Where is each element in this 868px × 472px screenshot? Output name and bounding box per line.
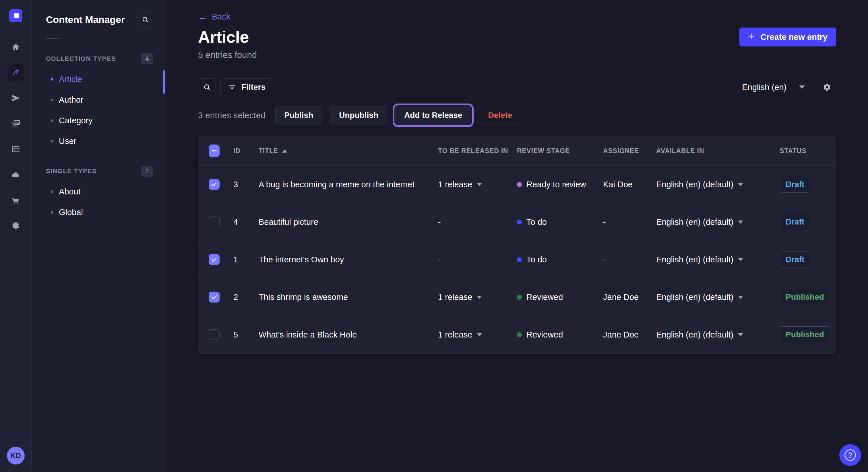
cell-title: The internet's Own boy (259, 255, 438, 264)
unpublish-button[interactable]: Unpublish (330, 106, 387, 125)
cell-release[interactable]: 1 release (438, 180, 517, 189)
cell-available-in[interactable]: English (en) (default) (656, 255, 780, 264)
releases-icon[interactable] (7, 90, 24, 106)
column-header-status[interactable]: Status (780, 147, 826, 155)
review-stage-dot (517, 332, 522, 337)
subnav-search-button[interactable] (137, 11, 153, 28)
chevron-down-icon (477, 296, 482, 299)
column-header-title[interactable]: Title (259, 147, 438, 155)
cell-assignee: Kai Doe (603, 180, 656, 189)
cell-review-stage: Ready to review (517, 180, 603, 189)
row-checkbox[interactable] (209, 329, 220, 340)
select-all-checkbox[interactable] (209, 144, 220, 157)
back-label: Back (212, 12, 230, 22)
chevron-down-icon (738, 183, 743, 186)
locale-select[interactable]: English (en) (734, 78, 813, 96)
row-checkbox[interactable] (209, 254, 220, 265)
bullet-icon (51, 99, 53, 101)
sidebar-item-about[interactable]: About (32, 181, 165, 202)
cell-title: This shrimp is awesome (259, 293, 438, 302)
chevron-down-icon (477, 333, 482, 336)
single-types-section: Single Types 2 About Global (32, 166, 165, 223)
cell-available-in[interactable]: English (en) (default) (656, 180, 780, 189)
subnav-title: Content Manager (46, 14, 125, 25)
cell-available-in[interactable]: English (en) (default) (656, 293, 780, 302)
entries-count-text: 5 entries found (198, 50, 836, 60)
column-header-id[interactable]: ID (234, 147, 259, 155)
strapi-logo[interactable] (9, 9, 22, 22)
sidebar-item-user[interactable]: User (32, 131, 165, 151)
nav-item-label: About (59, 187, 81, 196)
review-stage-dot (517, 295, 522, 300)
cell-assignee: Jane Doe (603, 293, 656, 302)
section-label: Collection Types (46, 55, 116, 63)
bullet-icon (51, 140, 53, 142)
row-checkbox[interactable] (209, 216, 220, 227)
deploy-cloud-icon[interactable] (7, 166, 24, 183)
bullet-icon (51, 78, 53, 80)
status-badge: Published (780, 289, 830, 305)
add-to-release-button[interactable]: Add to Release (395, 106, 471, 125)
home-icon[interactable] (7, 39, 24, 55)
scroll-indicator[interactable] (163, 70, 165, 94)
cell-release[interactable]: 1 release (438, 293, 517, 302)
marketplace-cart-icon[interactable] (7, 192, 24, 208)
bullet-icon (51, 211, 53, 214)
icon-rail: KD (0, 0, 32, 472)
section-count-badge: 2 (141, 166, 153, 177)
search-icon (142, 16, 149, 23)
user-avatar[interactable]: KD (7, 447, 25, 465)
cell-available-in[interactable]: English (en) (default) (656, 330, 780, 339)
table-row[interactable]: 4 Beautiful picture - To do - English (e… (198, 203, 836, 241)
check-icon (210, 256, 218, 263)
check-icon (210, 181, 218, 188)
content-manager-icon[interactable] (7, 64, 24, 81)
nav-item-label: Article (59, 74, 82, 84)
settings-gear-icon[interactable] (7, 217, 24, 234)
cell-review-stage: Reviewed (517, 330, 603, 339)
cell-id: 5 (234, 330, 259, 339)
indeterminate-icon (212, 150, 217, 151)
locale-value: English (en) (742, 82, 786, 92)
column-header-review[interactable]: Review stage (517, 147, 603, 155)
content-type-builder-icon[interactable] (7, 141, 24, 158)
arrow-left-icon: ← (198, 12, 207, 22)
table-row[interactable]: 1 The internet's Own boy - To do - Engli… (198, 241, 836, 278)
view-settings-button[interactable] (818, 78, 836, 96)
cell-assignee: Jane Doe (603, 330, 656, 339)
table-row[interactable]: 3 A bug is becoming a meme on the intern… (198, 165, 836, 203)
column-header-available[interactable]: Available in (656, 147, 780, 155)
media-library-icon[interactable] (7, 115, 24, 132)
row-checkbox[interactable] (209, 179, 220, 190)
page-title: Article (198, 27, 249, 46)
filters-button[interactable]: Filters (220, 78, 273, 96)
chevron-down-icon (738, 221, 743, 224)
cell-title: A bug is becoming a meme on the internet (259, 180, 438, 189)
sidebar-item-global[interactable]: Global (32, 202, 165, 223)
collection-types-section: Collection Types 4 Article Author Catego… (32, 53, 165, 151)
cell-review-stage: To do (517, 255, 603, 264)
table-row[interactable]: 5 What's inside a Black Hole 1 release R… (198, 316, 836, 353)
chevron-down-icon (738, 296, 743, 299)
cell-assignee: - (603, 217, 656, 227)
delete-button[interactable]: Delete (479, 106, 521, 125)
cell-title: What's inside a Black Hole (259, 330, 438, 339)
chevron-down-icon (738, 333, 743, 336)
publish-button[interactable]: Publish (275, 106, 322, 125)
sidebar-item-article[interactable]: Article (32, 69, 165, 90)
sidebar-item-category[interactable]: Category (32, 110, 165, 131)
help-button[interactable]: ? (839, 444, 861, 466)
bullet-icon (51, 119, 53, 122)
nav-item-label: Global (59, 208, 83, 217)
subnav-divider (46, 38, 60, 39)
cell-release[interactable]: 1 release (438, 330, 517, 339)
sidebar-item-author[interactable]: Author (32, 90, 165, 110)
search-button[interactable] (198, 78, 216, 96)
column-header-release[interactable]: To be released in (438, 147, 517, 155)
create-new-entry-button[interactable]: + Create new entry (739, 28, 836, 46)
row-checkbox[interactable] (209, 292, 220, 303)
table-row[interactable]: 2 This shrimp is awesome 1 release Revie… (198, 278, 836, 316)
cell-available-in[interactable]: English (en) (default) (656, 217, 780, 227)
column-header-assignee[interactable]: Assignee (603, 147, 656, 155)
back-link[interactable]: ← Back (198, 12, 230, 22)
